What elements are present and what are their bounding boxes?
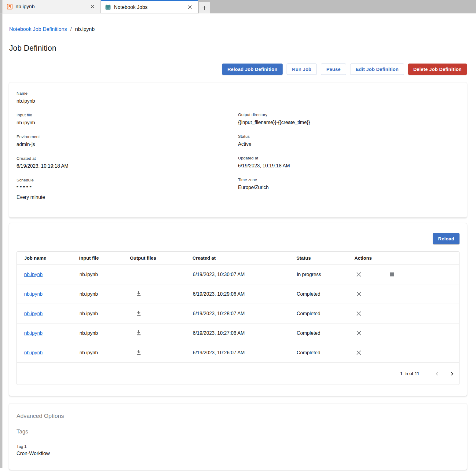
field-label: Created at xyxy=(16,155,238,161)
field-updated-at: Updated at 6/19/2023, 10:19:18 AM xyxy=(238,155,460,169)
created-at-cell: 6/19/2023, 10:26:07 AM xyxy=(193,350,245,355)
tag-value: Cron-Workflow xyxy=(16,451,460,456)
field-input-file: Input file nb.ipynb xyxy=(16,112,238,126)
field-time-zone: Time zone Europe/Zurich xyxy=(238,177,460,191)
field-status: Status Active xyxy=(238,133,460,147)
input-file-cell: nb.ipynb xyxy=(79,330,98,336)
status-cell: In progress xyxy=(297,272,321,277)
field-environment: Environment admin-js xyxy=(16,134,238,148)
edit-job-definition-button[interactable]: Edit Job Definition xyxy=(350,64,404,75)
advanced-options-card: Advanced Options Tags Tag 1 Cron-Workflo… xyxy=(9,403,467,470)
field-schedule: Schedule * * * * * Every minute xyxy=(16,177,238,200)
field-label: Environment xyxy=(16,134,238,140)
stop-job-icon[interactable] xyxy=(390,272,394,276)
breadcrumb: Notebook Job Definitions / nb.ipynb xyxy=(9,26,467,32)
field-value: * * * * * xyxy=(16,184,238,191)
job-name-link[interactable]: nb.ipynb xyxy=(24,291,43,297)
tab-notebook-jobs[interactable]: Notebook Jobs xyxy=(101,0,198,13)
download-icon[interactable] xyxy=(135,329,142,336)
tab-nb-ipynb[interactable]: nb.ipynb xyxy=(2,0,101,13)
close-icon[interactable] xyxy=(89,3,96,10)
input-file-cell: nb.ipynb xyxy=(79,311,98,316)
breadcrumb-separator: / xyxy=(70,26,72,32)
input-file-cell: nb.ipynb xyxy=(79,291,98,297)
download-icon[interactable] xyxy=(135,309,142,317)
pause-button[interactable]: Pause xyxy=(321,64,346,75)
column-output-files: Output files xyxy=(130,252,192,265)
field-label: Output directory xyxy=(238,112,460,118)
notebook-jobs-panel: Notebook Job Definitions / nb.ipynb Job … xyxy=(2,13,476,470)
table-header-row: Job name Input file Output files Created… xyxy=(17,252,459,265)
created-at-cell: 6/19/2023, 10:30:07 AM xyxy=(193,272,245,277)
column-status: Status xyxy=(296,252,354,265)
pagination-label: 1–5 of 11 xyxy=(400,371,420,376)
field-label: Schedule xyxy=(16,177,238,183)
job-name-link[interactable]: nb.ipynb xyxy=(24,311,43,316)
field-label: Status xyxy=(238,133,460,139)
pagination: 1–5 of 11 xyxy=(17,363,459,385)
column-input-file: Input file xyxy=(79,252,130,265)
field-name: Name nb.ipynb xyxy=(16,90,238,104)
job-definition-actions: Reload Job Definition Run Job Pause Edit… xyxy=(9,64,467,75)
jobs-table: Job name Input file Output files Created… xyxy=(16,251,460,385)
tags-title: Tags xyxy=(16,429,460,435)
jobs-list-card: Reload Job name Input file Output files … xyxy=(9,223,467,396)
new-tab-button[interactable] xyxy=(199,2,210,13)
delete-job-definition-button[interactable]: Delete Job Definition xyxy=(408,64,467,75)
tag-label: Tag 1 xyxy=(16,444,460,449)
close-icon[interactable] xyxy=(186,3,194,11)
delete-job-icon[interactable] xyxy=(356,349,362,356)
reload-job-definition-button[interactable]: Reload Job Definition xyxy=(222,64,283,75)
input-file-cell: nb.ipynb xyxy=(79,272,98,277)
job-name-link[interactable]: nb.ipynb xyxy=(24,350,43,355)
next-page-icon[interactable] xyxy=(449,371,455,377)
reload-jobs-button[interactable]: Reload xyxy=(433,233,460,244)
tab-label: nb.ipynb xyxy=(16,4,35,9)
table-row: nb.ipynb nb.ipynb 6/19/2023, 10:30:07 AM… xyxy=(17,265,459,284)
tab-bar: nb.ipynb Notebook Jobs xyxy=(0,0,476,13)
job-name-link[interactable]: nb.ipynb xyxy=(24,330,43,336)
download-icon[interactable] xyxy=(135,290,142,297)
table-row: nb.ipynb nb.ipynb 6/19/2023, 10:26:07 AM… xyxy=(17,343,459,363)
table-row: nb.ipynb nb.ipynb 6/19/2023, 10:27:06 AM… xyxy=(17,323,459,343)
column-job-name: Job name xyxy=(17,252,79,265)
breadcrumb-link-job-definitions[interactable]: Notebook Job Definitions xyxy=(9,26,67,32)
field-value: nb.ipynb xyxy=(16,98,238,104)
calendar-icon xyxy=(105,4,111,10)
column-actions: Actions xyxy=(354,252,459,265)
download-icon[interactable] xyxy=(135,349,142,356)
field-created-at: Created at 6/19/2023, 10:19:18 AM xyxy=(16,155,238,169)
field-value-hint: Every minute xyxy=(16,194,238,200)
status-cell: Completed xyxy=(297,291,320,297)
run-job-button[interactable]: Run Job xyxy=(287,64,317,75)
delete-job-icon[interactable] xyxy=(356,291,362,297)
field-label: Updated at xyxy=(238,155,460,161)
status-cell: Completed xyxy=(297,330,320,336)
field-value: admin-js xyxy=(16,141,238,148)
field-value: 6/19/2023, 10:19:18 AM xyxy=(238,162,460,169)
delete-job-icon[interactable] xyxy=(356,310,362,317)
field-label: Input file xyxy=(16,112,238,118)
input-file-cell: nb.ipynb xyxy=(79,350,98,355)
sidebar-edge xyxy=(0,13,2,468)
delete-job-icon[interactable] xyxy=(356,271,362,278)
table-row: nb.ipynb nb.ipynb 6/19/2023, 10:29:06 AM… xyxy=(17,284,459,304)
created-at-cell: 6/19/2023, 10:28:07 AM xyxy=(193,311,245,316)
field-label: Name xyxy=(16,90,238,96)
field-value: {{input_filename}}-{{create_time}} xyxy=(238,119,460,126)
notebook-icon xyxy=(7,4,13,9)
created-at-cell: 6/19/2023, 10:29:06 AM xyxy=(193,291,245,297)
status-cell: Completed xyxy=(297,311,320,316)
tab-label: Notebook Jobs xyxy=(114,4,148,10)
breadcrumb-current: nb.ipynb xyxy=(75,26,95,32)
delete-job-icon[interactable] xyxy=(356,330,362,336)
table-row: nb.ipynb nb.ipynb 6/19/2023, 10:28:07 AM… xyxy=(17,304,459,323)
created-at-cell: 6/19/2023, 10:27:06 AM xyxy=(193,330,245,336)
job-name-link[interactable]: nb.ipynb xyxy=(24,272,43,277)
field-label: Time zone xyxy=(238,177,460,183)
definition-left-column: Name nb.ipynb Input file nb.ipynb Enviro… xyxy=(16,90,238,208)
previous-page-icon[interactable] xyxy=(434,371,440,377)
advanced-options-title: Advanced Options xyxy=(16,413,460,419)
column-created-at: Created at xyxy=(192,252,296,265)
job-definition-card: Name nb.ipynb Input file nb.ipynb Enviro… xyxy=(9,82,467,217)
